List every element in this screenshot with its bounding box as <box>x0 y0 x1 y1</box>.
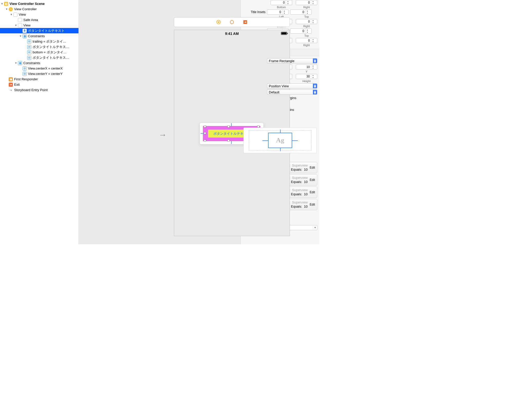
edit-button[interactable]: Edit <box>310 203 315 206</box>
document-outline[interactable]: ▼ ◧ View Controller Scene ▼ ○ View Contr… <box>0 0 79 244</box>
view-label: View <box>19 13 26 16</box>
title-inset-left[interactable]: ▲▼ <box>267 9 289 15</box>
resize-handle[interactable] <box>204 132 206 134</box>
view2-label: View <box>23 23 31 27</box>
exit-row[interactable]: ▼➜Exit <box>0 82 78 87</box>
resize-handle[interactable] <box>257 125 259 128</box>
scene-row[interactable]: ▼ ◧ View Controller Scene <box>0 1 78 6</box>
constraint-label: ボタンタイトルテキス… <box>33 45 69 49</box>
constraint-item[interactable]: ▼⊟View.centerY = centerY <box>0 71 78 76</box>
y-field[interactable]: ▲▼ <box>296 64 317 70</box>
edit-button[interactable]: Edit <box>310 190 315 194</box>
inset-input[interactable] <box>271 1 286 4</box>
edit-button[interactable]: Edit <box>310 166 315 169</box>
popup-arrows-icon: ▲▼ <box>313 84 317 88</box>
stepper[interactable]: ▲▼ <box>282 10 286 14</box>
y-input[interactable] <box>296 65 311 69</box>
sublabel: Right <box>296 25 317 28</box>
first-responder-row[interactable]: ▼▣First Responder <box>0 76 78 82</box>
constraints-inner-row[interactable]: ▼ ▦ Constraints <box>0 33 78 39</box>
constraint-item[interactable]: ▼⊟View.centerX = centerX <box>0 66 78 71</box>
image-inset-right[interactable]: ▲▼ <box>296 38 317 43</box>
arrange-popup[interactable]: Position View▲▼ <box>267 83 317 89</box>
stepper[interactable]: ▲▼ <box>305 29 309 33</box>
stepper[interactable]: ▲▼ <box>311 19 315 24</box>
inset-input[interactable] <box>296 1 311 4</box>
entry-arrow-icon[interactable]: → <box>159 130 167 140</box>
resize-handle[interactable] <box>204 140 206 142</box>
inset-input[interactable] <box>290 29 305 33</box>
show-value: Frame Rectangle <box>269 59 294 63</box>
con-target: Superview <box>292 163 308 167</box>
con-target: Superview <box>292 200 308 204</box>
constraints-icon: ▦ <box>23 34 27 38</box>
resize-handle[interactable] <box>204 125 206 128</box>
inset-input[interactable] <box>296 20 311 23</box>
vc-row[interactable]: ▼ ○ View Controller <box>0 6 78 12</box>
con-eq: Equals: <box>291 180 302 184</box>
ib-canvas[interactable]: → 9:41 AM ボタンタイトルテキスト <box>79 0 241 244</box>
scene-label: View Controller Scene <box>9 2 45 6</box>
title-inset-right[interactable]: ▲▼ <box>296 19 317 24</box>
entry-point-row[interactable]: ▼→Storyboard Entry Point <box>0 87 78 93</box>
resize-handle[interactable] <box>228 125 230 128</box>
inset-input[interactable] <box>290 10 305 14</box>
inset-right-field[interactable]: ▲▼ <box>296 0 317 5</box>
stepper[interactable]: ▲▼ <box>305 10 309 14</box>
exit-dock-icon[interactable] <box>243 20 248 24</box>
scene-icon: ◧ <box>4 2 8 6</box>
constraint-label: trailing = ボタンタイ… <box>33 39 66 44</box>
disclosure-icon[interactable]: ▼ <box>10 13 13 16</box>
stepper[interactable]: ▲▼ <box>311 0 315 5</box>
sublabel: Top <box>296 34 317 37</box>
image-inset-top[interactable]: ▲▼ <box>290 28 312 34</box>
constraint-item[interactable]: ▼⊟ボタンタイトルテキス… <box>0 44 78 50</box>
constraint-guide <box>231 141 232 144</box>
stepper[interactable]: ▲▼ <box>311 65 315 69</box>
stepper[interactable]: ▲▼ <box>311 74 315 79</box>
sublabel: Y <box>296 70 317 73</box>
resize-handle[interactable] <box>228 140 230 142</box>
constraints-diagram[interactable]: Ag <box>243 128 317 153</box>
disclosure-icon[interactable]: ▼ <box>1 2 4 5</box>
safearea-icon <box>18 18 22 22</box>
show-popup[interactable]: Frame Rectangle▲▼ <box>267 58 317 63</box>
view2-row[interactable]: ▼ View <box>0 23 78 28</box>
viewcontroller-icon: ○ <box>9 7 13 11</box>
scene-dock[interactable] <box>174 17 290 27</box>
disclosure-icon[interactable]: ▼ <box>14 24 17 27</box>
layout-margins-popup[interactable]: Default▲▼ <box>267 90 317 95</box>
dropdown-icon[interactable]: ▼ <box>313 226 317 229</box>
edit-button[interactable]: Edit <box>310 178 315 182</box>
inset-input[interactable] <box>296 39 311 42</box>
disclosure-icon[interactable]: ▼ <box>19 35 22 37</box>
viewcontroller-dock-icon[interactable] <box>216 20 221 24</box>
constraint-icon: ⊟ <box>27 45 31 49</box>
constraint-item[interactable]: ▼⊟bottom = ボタンタイ… <box>0 50 78 55</box>
title-inset-top[interactable]: ▲▼ <box>290 9 312 15</box>
disclosure-icon[interactable]: ▼ <box>5 8 8 11</box>
constraint-item[interactable]: ▼⊟trailing = ボタンタイ… <box>0 39 78 44</box>
view-row[interactable]: ▼ View <box>0 12 78 17</box>
stepper[interactable]: ▲▼ <box>311 38 315 43</box>
stepper[interactable]: ▲▼ <box>286 0 290 5</box>
h-input[interactable] <box>296 75 311 78</box>
con-val: 10 <box>304 180 308 184</box>
inset-bottom-field[interactable]: ▲▼ <box>271 0 292 5</box>
constraint-item[interactable]: ▼⊟ボタンタイトルテキス… <box>0 55 78 60</box>
button-row-selected[interactable]: ▼ B ボタンタイトルテキスト <box>0 28 78 33</box>
constraints-label: Constraints <box>28 34 45 38</box>
sublabel: Right <box>296 6 317 9</box>
layout-margins-value: Default <box>269 90 279 94</box>
constraint-label: View.centerX = centerX <box>28 66 63 70</box>
height-field[interactable]: ▲▼ <box>296 74 317 79</box>
entry-label: Storyboard Entry Point <box>14 88 48 92</box>
disclosure-icon[interactable]: ▼ <box>14 62 17 64</box>
con-val: 10 <box>304 205 308 208</box>
inset-input[interactable] <box>267 10 282 14</box>
constraints-outer-row[interactable]: ▼ ▦ Constraints <box>0 60 78 66</box>
button-icon: B <box>23 29 27 33</box>
first-responder-dock-icon[interactable] <box>230 20 234 24</box>
safearea-row[interactable]: ▼ Safe Area <box>0 17 78 23</box>
constraint-label: ボタンタイトルテキス… <box>33 55 69 60</box>
